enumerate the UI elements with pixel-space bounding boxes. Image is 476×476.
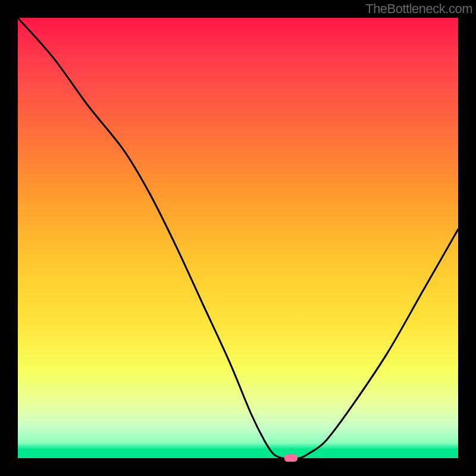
chart-container: TheBottleneck.com: [0, 0, 476, 476]
plot-area: [18, 18, 458, 458]
watermark-text: TheBottleneck.com: [365, 1, 472, 17]
optimal-marker: [284, 455, 298, 462]
bottleneck-curve: [18, 18, 458, 458]
curve-svg: [18, 18, 458, 458]
